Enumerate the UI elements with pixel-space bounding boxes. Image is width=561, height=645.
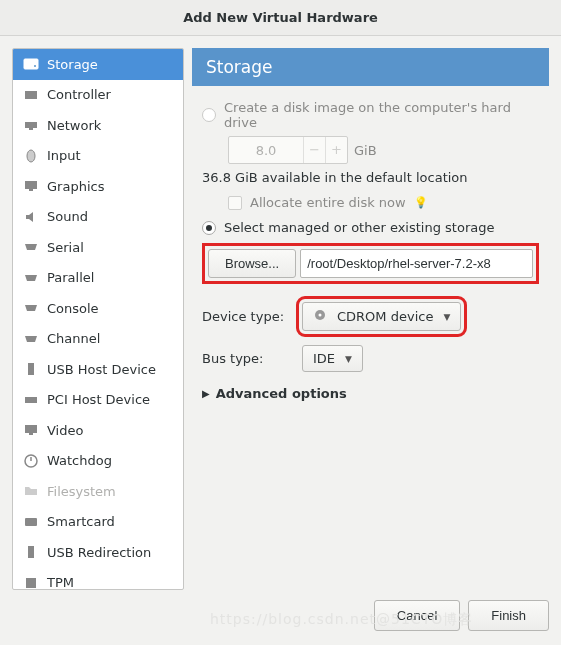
radio-create-disk-label: Create a disk image on the computer's ha… bbox=[224, 100, 539, 130]
svg-marker-8 bbox=[26, 212, 33, 222]
svg-marker-11 bbox=[25, 305, 37, 311]
sidebar-item-label: USB Redirection bbox=[47, 545, 151, 560]
sidebar-item-input[interactable]: Input bbox=[13, 141, 183, 172]
sidebar-item-controller[interactable]: Controller bbox=[13, 80, 183, 111]
sidebar-item-tpm[interactable]: TPM bbox=[13, 568, 183, 591]
radio-select-managed[interactable] bbox=[202, 221, 216, 235]
video-icon bbox=[23, 422, 39, 438]
dialog-footer: Cancel Finish bbox=[0, 590, 561, 645]
advanced-expander[interactable]: ▶ Advanced options bbox=[202, 386, 539, 401]
svg-rect-4 bbox=[29, 128, 33, 130]
sidebar-item-label: PCI Host Device bbox=[47, 392, 150, 407]
sidebar-item-usb-host[interactable]: USB Host Device bbox=[13, 354, 183, 385]
graphics-icon bbox=[23, 178, 39, 194]
serial-icon bbox=[23, 239, 39, 255]
browse-button[interactable]: Browse... bbox=[208, 249, 296, 278]
checkbox-allocate-label: Allocate entire disk now bbox=[250, 195, 406, 210]
disk-size-spinner: 8.0 − + bbox=[228, 136, 348, 164]
svg-rect-21 bbox=[26, 578, 36, 588]
sidebar-item-label: Serial bbox=[47, 240, 84, 255]
device-type-label: Device type: bbox=[202, 309, 292, 324]
size-unit: GiB bbox=[354, 143, 377, 158]
device-type-value: CDROM device bbox=[337, 309, 433, 324]
sidebar-item-label: Channel bbox=[47, 331, 100, 346]
watchdog-icon bbox=[23, 453, 39, 469]
sidebar-item-serial[interactable]: Serial bbox=[13, 232, 183, 263]
spin-minus: − bbox=[303, 137, 325, 163]
window-title: Add New Virtual Hardware bbox=[0, 0, 561, 36]
controller-icon bbox=[23, 87, 39, 103]
svg-rect-16 bbox=[29, 433, 33, 435]
svg-rect-19 bbox=[25, 518, 37, 526]
sidebar-item-network[interactable]: Network bbox=[13, 110, 183, 141]
sidebar-item-label: Input bbox=[47, 148, 81, 163]
browse-row-highlight: Browse... bbox=[202, 243, 539, 284]
sidebar-item-console[interactable]: Console bbox=[13, 293, 183, 324]
hardware-sidebar: Storage Controller Network Input Graphic… bbox=[12, 48, 184, 590]
sidebar-item-storage[interactable]: Storage bbox=[13, 49, 183, 80]
bus-type-label: Bus type: bbox=[202, 351, 292, 366]
usb-redir-icon bbox=[23, 544, 39, 560]
sidebar-item-label: Parallel bbox=[47, 270, 94, 285]
sidebar-item-label: Console bbox=[47, 301, 99, 316]
device-type-combo[interactable]: CDROM device ▼ bbox=[302, 302, 461, 331]
pci-icon bbox=[23, 392, 39, 408]
svg-rect-6 bbox=[25, 181, 37, 189]
panel-header: Storage bbox=[192, 48, 549, 86]
usb-icon bbox=[23, 361, 39, 377]
svg-point-1 bbox=[34, 65, 36, 67]
svg-rect-2 bbox=[25, 91, 37, 99]
radio-select-managed-label: Select managed or other existing storage bbox=[224, 220, 494, 235]
svg-marker-12 bbox=[25, 336, 37, 342]
checkbox-allocate bbox=[228, 196, 242, 210]
sidebar-item-smartcard[interactable]: Smartcard bbox=[13, 507, 183, 538]
sidebar-item-video[interactable]: Video bbox=[13, 415, 183, 446]
storage-icon bbox=[23, 56, 39, 72]
svg-rect-13 bbox=[28, 363, 34, 375]
sidebar-item-pci-host[interactable]: PCI Host Device bbox=[13, 385, 183, 416]
tpm-icon bbox=[23, 575, 39, 590]
svg-point-25 bbox=[319, 314, 322, 317]
network-icon bbox=[23, 117, 39, 133]
sidebar-item-label: TPM bbox=[47, 575, 74, 590]
radio-create-disk bbox=[202, 108, 216, 122]
disk-size-value: 8.0 bbox=[229, 143, 303, 158]
sidebar-item-label: Smartcard bbox=[47, 514, 115, 529]
svg-point-5 bbox=[27, 150, 35, 162]
sidebar-item-label: Network bbox=[47, 118, 101, 133]
main-panel: Storage Create a disk image on the compu… bbox=[192, 48, 549, 590]
bulb-icon: 💡 bbox=[414, 196, 428, 209]
console-icon bbox=[23, 300, 39, 316]
sidebar-item-label: Storage bbox=[47, 57, 98, 72]
sidebar-item-channel[interactable]: Channel bbox=[13, 324, 183, 355]
sidebar-item-graphics[interactable]: Graphics bbox=[13, 171, 183, 202]
sidebar-item-watchdog[interactable]: Watchdog bbox=[13, 446, 183, 477]
spin-plus: + bbox=[325, 137, 347, 163]
sidebar-item-label: Sound bbox=[47, 209, 88, 224]
sidebar-item-filesystem: Filesystem bbox=[13, 476, 183, 507]
chevron-down-icon: ▼ bbox=[345, 354, 352, 364]
finish-button[interactable]: Finish bbox=[468, 600, 549, 631]
sidebar-item-label: Graphics bbox=[47, 179, 104, 194]
chevron-right-icon: ▶ bbox=[202, 388, 210, 399]
sidebar-item-usb-redir[interactable]: USB Redirection bbox=[13, 537, 183, 568]
sidebar-item-sound[interactable]: Sound bbox=[13, 202, 183, 233]
sidebar-item-label: Video bbox=[47, 423, 83, 438]
sidebar-item-label: Controller bbox=[47, 87, 111, 102]
chevron-down-icon: ▼ bbox=[443, 312, 450, 322]
storage-path-input[interactable] bbox=[300, 249, 533, 278]
svg-rect-20 bbox=[28, 546, 34, 558]
filesystem-icon bbox=[23, 483, 39, 499]
svg-marker-10 bbox=[25, 275, 37, 281]
smartcard-icon bbox=[23, 514, 39, 530]
advanced-label: Advanced options bbox=[216, 386, 347, 401]
svg-rect-7 bbox=[29, 189, 33, 191]
bus-type-combo[interactable]: IDE ▼ bbox=[302, 345, 363, 372]
bus-type-value: IDE bbox=[313, 351, 335, 366]
sidebar-item-label: USB Host Device bbox=[47, 362, 156, 377]
cancel-button[interactable]: Cancel bbox=[374, 600, 460, 631]
sound-icon bbox=[23, 209, 39, 225]
svg-rect-15 bbox=[25, 425, 37, 433]
cdrom-icon bbox=[313, 308, 327, 325]
sidebar-item-parallel[interactable]: Parallel bbox=[13, 263, 183, 294]
